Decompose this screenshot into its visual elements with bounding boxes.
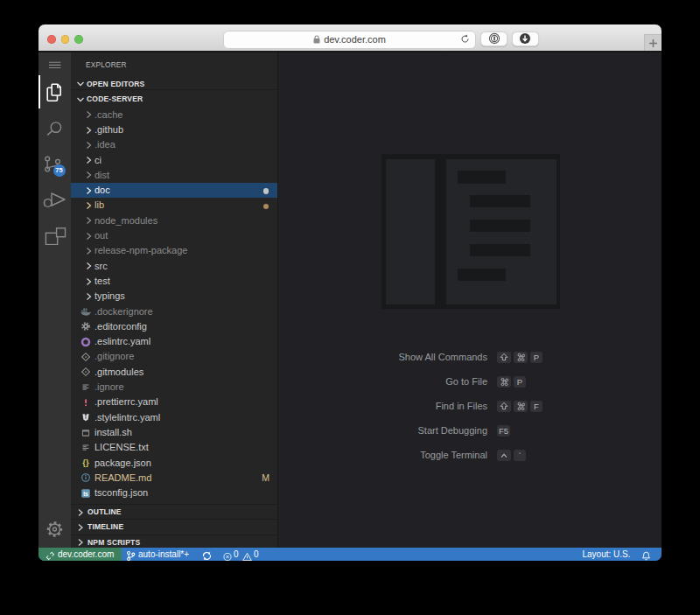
svg-text:ts: ts [83,490,88,496]
svg-text:{}: {} [82,458,89,467]
